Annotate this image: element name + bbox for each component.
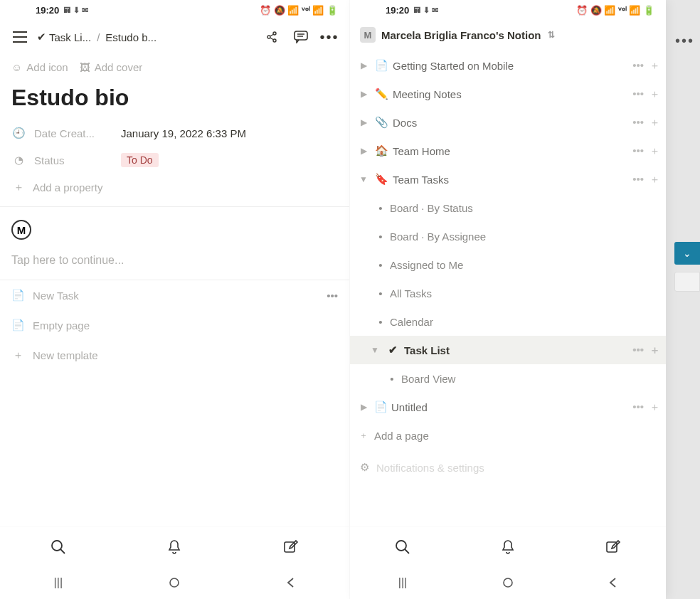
sidebar-item-board-assignee[interactable]: • Board · By Assignee [350, 222, 666, 250]
sidebar-item-docs[interactable]: ▶ 📎 Docs •••＋ [350, 108, 666, 137]
android-nav: ||| [0, 566, 349, 599]
bottom-actions [0, 526, 349, 566]
more-icon[interactable]: ••• [632, 401, 644, 414]
more-icon[interactable]: ••• [632, 173, 644, 186]
notifications-icon[interactable] [153, 531, 196, 563]
tap-to-continue[interactable]: Tap here to continue... [0, 247, 349, 280]
more-icon[interactable]: ••• [632, 144, 644, 158]
breadcrumb-sep: / [97, 31, 100, 43]
phone-right: ••• ⌄ 19:20 🖬 ⬇ ✉ ⏰ 🔕 📶 ᵛᵒˡ 📶 🔋 M Marcel… [350, 0, 700, 599]
sidebar-item-assigned-to-me[interactable]: • Assigned to Me [350, 250, 666, 279]
bullet-icon: • [387, 373, 397, 385]
bullet-icon: • [376, 316, 386, 328]
add-cover-label: Add cover [95, 61, 143, 73]
nav-recents[interactable]: ||| [374, 576, 431, 589]
more-icon[interactable]: ••• [632, 59, 644, 73]
template-new-task-label: New Task [33, 290, 79, 302]
sidebar-item-team-home[interactable]: ▶ 🏠 Team Home •••＋ [350, 137, 666, 165]
sidebar-item-getting-started[interactable]: ▶ 📄 Getting Started on Mobile •••＋ [350, 51, 666, 80]
caret-icon[interactable]: ▶ [357, 402, 370, 412]
caret-down-icon[interactable]: ▼ [368, 345, 381, 355]
template-new-task[interactable]: 📄 New Task ••• [7, 280, 342, 310]
more-icon[interactable]: ••• [327, 290, 338, 302]
menu-icon[interactable] [7, 24, 33, 50]
template-new-template-label: New template [33, 349, 98, 361]
plus-icon[interactable]: ＋ [649, 401, 660, 414]
android-nav: ||| [350, 566, 666, 599]
notifications-icon[interactable] [487, 531, 529, 563]
search-icon[interactable] [381, 531, 424, 563]
more-icon[interactable]: ••• [675, 33, 694, 49]
status-bar: 19:20 🖬 ⬇ ✉ ⏰ 🔕 📶 ᵛᵒˡ 📶 🔋 [0, 0, 349, 20]
add-cover-button[interactable]: 🖼 Add cover [80, 61, 143, 73]
workspace-switcher[interactable]: M Marcela Briglia Franco's Notion ⇅ [350, 20, 666, 50]
plus-icon[interactable]: ＋ [649, 173, 660, 186]
add-property-button[interactable]: ＋ Add a property [11, 174, 338, 201]
pencil-icon: ✏️ [374, 88, 388, 100]
plus-icon[interactable]: ＋ [649, 344, 660, 357]
image-icon: 🖼 [80, 61, 90, 73]
sidebar-item-board-status[interactable]: • Board · By Status [350, 194, 666, 222]
plus-icon[interactable]: ＋ [649, 88, 660, 101]
caret-down-icon[interactable]: ▼ [357, 174, 370, 184]
nav-recents[interactable]: ||| [30, 576, 87, 589]
property-date[interactable]: 🕘 Date Creat... January 19, 2022 6:33 PM [11, 120, 338, 147]
nav-home[interactable] [479, 577, 536, 588]
nav-home[interactable] [146, 577, 203, 588]
search-icon[interactable] [37, 531, 80, 563]
gear-icon: ⚙ [360, 461, 369, 474]
dropdown-chevron[interactable]: ⌄ [674, 242, 700, 265]
sidebar-item-label: Assigned to Me [390, 259, 660, 271]
property-status-label: Status [34, 154, 112, 166]
add-icon-label: Add icon [26, 61, 68, 73]
sidebar-item-all-tasks[interactable]: • All Tasks [350, 279, 666, 307]
caret-icon[interactable]: ▶ [357, 146, 370, 156]
caret-icon[interactable]: ▶ [357, 117, 370, 127]
sidebar-item-label: Team Tasks [393, 174, 628, 186]
sidebar-item-label: Board · By Status [390, 202, 660, 214]
caret-icon[interactable]: ▶ [357, 89, 370, 99]
phone-left: 19:20 🖬 ⬇ ✉ ⏰ 🔕 📶 ᵛᵒˡ 📶 🔋 ✔ Task Li... /… [0, 0, 350, 599]
comments-icon[interactable] [288, 24, 314, 50]
page-header: ✔ Task Li... / Estudo b... ••• [0, 20, 349, 54]
emoji-icon: ☺ [11, 61, 22, 73]
sidebar-item-task-list[interactable]: ▼ ✔ Task List •••＋ [350, 336, 666, 364]
sidebar-item-calendar[interactable]: • Calendar [350, 307, 666, 336]
template-new-template[interactable]: ＋ New template [7, 340, 342, 370]
page-title[interactable]: Estudo bio [0, 78, 349, 117]
more-icon[interactable]: ••• [632, 116, 644, 129]
nav-back[interactable] [585, 577, 642, 588]
sidebar-item-notifications-settings[interactable]: ⚙ Notifications & settings [350, 450, 666, 479]
add-property-label: Add a property [33, 181, 102, 194]
page-icon: 📄 [374, 401, 387, 413]
sidebar-item-label: Board · By Assignee [390, 230, 660, 243]
bullet-icon: • [376, 259, 386, 271]
compose-icon[interactable] [592, 531, 635, 563]
check-icon: ✔ [37, 31, 46, 43]
page-tree: ▶ 📄 Getting Started on Mobile •••＋ ▶ ✏️ … [350, 50, 666, 526]
plus-icon[interactable]: ＋ [649, 116, 660, 129]
more-icon[interactable]: ••• [317, 24, 342, 50]
breadcrumb[interactable]: ✔ Task Li... / Estudo b... [37, 31, 255, 43]
background-peek: ••• ⌄ [666, 0, 700, 599]
svg-point-6 [504, 578, 512, 587]
sidebar-item-board-view[interactable]: • Board View [350, 364, 666, 393]
nav-back[interactable] [262, 577, 319, 588]
sidebar-item-meeting-notes[interactable]: ▶ ✏️ Meeting Notes •••＋ [350, 80, 666, 108]
page-icon: 📄 [11, 289, 24, 302]
add-page-button[interactable]: ＋ Add a page [350, 421, 666, 450]
caret-icon[interactable]: ▶ [357, 60, 370, 70]
more-icon[interactable]: ••• [632, 344, 644, 357]
add-icon-button[interactable]: ☺ Add icon [11, 61, 68, 73]
template-empty-page[interactable]: 📄 Empty page [7, 310, 342, 340]
property-date-value: January 19, 2022 6:33 PM [121, 127, 246, 139]
share-icon[interactable] [260, 24, 285, 50]
sidebar-item-untitled[interactable]: ▶ 📄 Untitled •••＋ [350, 393, 666, 421]
sidebar-item-team-tasks[interactable]: ▼ 🔖 Team Tasks •••＋ [350, 165, 666, 194]
plus-icon[interactable]: ＋ [649, 59, 660, 73]
more-icon[interactable]: ••• [632, 88, 644, 101]
add-row: ☺ Add icon 🖼 Add cover [0, 54, 349, 78]
plus-icon[interactable]: ＋ [649, 144, 660, 158]
compose-icon[interactable] [270, 531, 312, 563]
property-status[interactable]: ◔ Status To Do [11, 147, 338, 174]
